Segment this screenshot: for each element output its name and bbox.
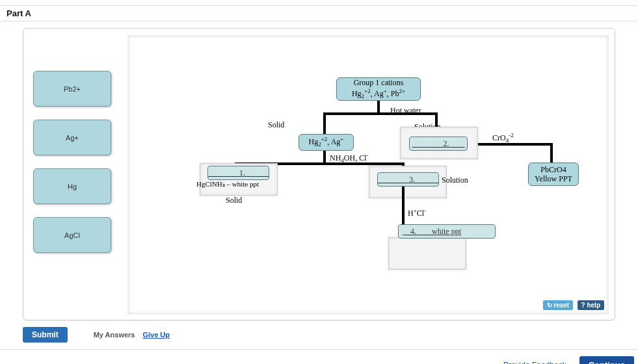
help-button[interactable]: ? help	[578, 300, 604, 310]
drag-item-agcl[interactable]: AgCl	[33, 217, 111, 253]
label-solid2: Solid	[226, 196, 242, 205]
label-solid: Solid	[268, 120, 284, 130]
label-hotwater: Hot water	[390, 106, 421, 116]
label-hcl: H+Cl-	[408, 207, 426, 218]
page-footer: Provide Feedback Continue	[0, 349, 638, 364]
continue-button[interactable]: Continue	[579, 356, 634, 364]
root-line2: Hg2+2, Ag+, Pb2+	[352, 89, 405, 98]
hg-ag-text: Hg2+2, Ag+	[309, 136, 344, 148]
drag-item-ag[interactable]: Ag+	[33, 120, 111, 155]
question-panel: Pb2+ Ag+ Hg AgCl Group 1 cations Hg2+2, …	[23, 28, 615, 320]
my-answers-link[interactable]: My Answers	[94, 331, 135, 339]
pbcro4-node: PbCrO4 Yellow PPT	[528, 162, 579, 186]
label-solution2: Solution	[442, 176, 468, 185]
answer-footer: Submit My Answers Give Up	[23, 327, 615, 343]
drop-canvas: Group 1 cations Hg2+2, Ag+, Pb2+ Solid H…	[127, 35, 609, 315]
slot-1-label: ________1.______	[207, 166, 269, 180]
provide-feedback-link[interactable]: Provide Feedback	[503, 361, 566, 365]
pbcro4-l2: Yellow PPT	[535, 174, 572, 183]
connector	[323, 151, 326, 162]
drag-source-pool: Pb2+ Ag+ Hg AgCl	[33, 71, 124, 266]
drag-item-pb2[interactable]: Pb2+	[33, 71, 111, 107]
connector	[377, 101, 380, 112]
connector	[323, 112, 326, 134]
connector	[478, 143, 553, 146]
drop-target-4[interactable]	[388, 237, 466, 270]
submit-button[interactable]: Submit	[23, 327, 68, 343]
give-up-link[interactable]: Give Up	[142, 331, 170, 339]
slot-3-label: ________3.______	[377, 172, 439, 187]
hg-ag-node: Hg2+2, Ag+	[299, 134, 354, 151]
root-line1: Group 1 cations	[354, 78, 404, 87]
slot-4-label: __4.___ white ppt	[398, 224, 496, 239]
drag-item-hg[interactable]: Hg	[33, 168, 111, 204]
label-nh4ohcl: NH4OH, Cl-	[330, 152, 369, 164]
connector	[550, 143, 553, 164]
label-hgclnh: HgClNH₂ – white ppt	[196, 180, 259, 188]
label-cro4: CrO4-2	[492, 132, 514, 144]
root-node: Group 1 cations Hg2+2, Ag+, Pb2+	[336, 77, 421, 101]
part-title: Part A	[0, 8, 638, 18]
connector	[402, 187, 405, 229]
slot-2-label: ________2.____	[409, 136, 468, 151]
canvas-toolbar: ↻ reset ? help	[541, 300, 604, 310]
reset-button[interactable]: ↻ reset	[543, 300, 574, 310]
pbcro4-l1: PbCrO4	[540, 165, 566, 174]
